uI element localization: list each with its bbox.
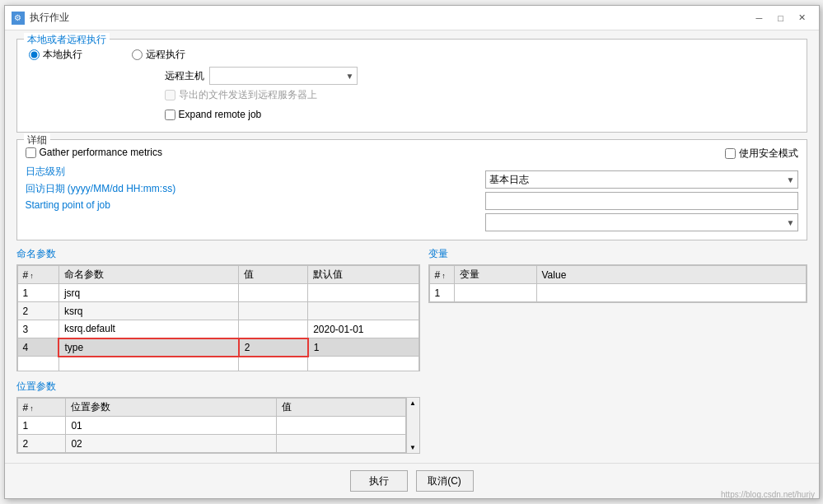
scroll-down-icon[interactable]: ▼ xyxy=(409,444,416,451)
remote-host-row: 远程主机 ▼ xyxy=(165,67,358,85)
safe-mode-label[interactable]: 使用安全模式 xyxy=(725,147,798,161)
pos-col-hash-sort-icon: ↑ xyxy=(30,404,34,413)
expand-remote-job-text: Expand remote job xyxy=(179,109,262,120)
pos-param-2: 02 xyxy=(66,435,276,453)
cell-default-5 xyxy=(308,357,419,372)
local-option: 本地执行 xyxy=(29,48,82,62)
pos-value-2 xyxy=(276,435,405,453)
col-param-name[interactable]: 命名参数 xyxy=(58,266,238,284)
var-col-hash-sort-icon: ↑ xyxy=(442,272,446,280)
send-files-label[interactable]: 导出的文件发送到远程服务器上 xyxy=(165,88,358,102)
cell-param-3: ksrq.default xyxy=(58,320,238,338)
window-controls: ─ □ ✕ xyxy=(750,9,812,27)
local-radio-label[interactable]: 本地执行 xyxy=(29,48,82,62)
details-right: 使用安全模式 基本日志 ▼ ▼ xyxy=(485,147,798,231)
gather-metrics-label[interactable]: Gather performance metrics xyxy=(26,147,477,158)
positional-scrollbar[interactable]: ▲ ▼ xyxy=(407,397,420,454)
col-value[interactable]: 值 xyxy=(239,266,308,284)
remote-host-select[interactable] xyxy=(209,67,358,85)
starting-point-label: Starting point of job xyxy=(26,199,174,211)
pos-col-hash[interactable]: #↑ xyxy=(17,399,66,417)
var-col-value[interactable]: Value xyxy=(536,266,806,284)
cell-num-4: 4 xyxy=(17,338,58,357)
variables-table: #↑ 变量 Value 1 xyxy=(429,265,807,302)
cell-value-2 xyxy=(239,302,308,320)
log-level-select[interactable]: 基本日志 xyxy=(485,170,798,189)
named-param-row-3: 3 ksrq.default 2020-01-01 xyxy=(17,320,419,338)
scroll-up-icon[interactable]: ▲ xyxy=(409,399,416,407)
pos-param-1: 01 xyxy=(66,417,276,435)
maximize-button[interactable]: □ xyxy=(771,9,791,27)
remote-radio-text: 远程执行 xyxy=(146,48,185,62)
send-files-text: 导出的文件发送到远程服务器上 xyxy=(179,88,317,102)
cell-default-1 xyxy=(308,284,419,302)
left-params: 命名参数 #↑ 命名参数 值 默认值 xyxy=(16,247,420,462)
expand-remote-job-label[interactable]: Expand remote job xyxy=(165,109,358,120)
positional-params-table: #↑ 位置参数 值 1 01 xyxy=(17,398,406,453)
col-hash[interactable]: #↑ xyxy=(17,266,58,284)
log-level-select-container: 基本日志 ▼ xyxy=(485,170,798,189)
details-left: Gather performance metrics 日志级别 回访日期 (yy… xyxy=(26,147,477,231)
positional-table-area: #↑ 位置参数 值 1 01 xyxy=(16,397,420,454)
positional-params-section: 位置参数 #↑ 位置参数 值 xyxy=(16,380,420,454)
content-area: 本地或者远程执行 本地执行 远程执行 远程主机 xyxy=(5,30,819,463)
window-title: 执行作业 xyxy=(30,11,750,25)
window-icon: ⚙ xyxy=(12,12,25,25)
variables-table-wrapper[interactable]: #↑ 变量 Value 1 xyxy=(428,264,807,303)
col-default[interactable]: 默认值 xyxy=(308,266,419,284)
remote-host-label: 远程主机 xyxy=(165,69,204,83)
pos-col-value[interactable]: 值 xyxy=(276,399,405,417)
cell-value-5 xyxy=(239,357,308,372)
visit-date-label: 回访日期 (yyyy/MM/dd HH:mm:ss) xyxy=(26,182,176,196)
cell-value-1 xyxy=(239,284,308,302)
main-window: ⚙ 执行作业 ─ □ ✕ 本地或者远程执行 本地执行 xyxy=(4,5,820,499)
named-params-title: 命名参数 xyxy=(16,247,420,261)
local-radio[interactable] xyxy=(29,49,40,60)
remote-radio[interactable] xyxy=(132,49,143,60)
local-radio-text: 本地执行 xyxy=(43,48,82,62)
main-params-area: 命名参数 #↑ 命名参数 值 默认值 xyxy=(16,247,807,462)
cell-value-3 xyxy=(239,320,308,338)
visit-date-row: 回访日期 (yyyy/MM/dd HH:mm:ss) xyxy=(26,182,477,196)
named-params-table: #↑ 命名参数 值 默认值 1 jsrq xyxy=(17,265,419,371)
var-col-hash[interactable]: #↑ xyxy=(429,266,454,284)
cell-num-1: 1 xyxy=(17,284,58,302)
var-row-1: 1 xyxy=(429,284,806,302)
cell-num-3: 3 xyxy=(17,320,58,338)
minimize-button[interactable]: ─ xyxy=(750,9,769,27)
close-button[interactable]: ✕ xyxy=(793,9,812,27)
variables-title: 变量 xyxy=(428,247,807,261)
cell-value-4: 2 xyxy=(239,338,308,357)
cell-param-2: ksrq xyxy=(58,302,238,320)
positional-params-title: 位置参数 xyxy=(16,380,420,394)
starting-point-select[interactable] xyxy=(485,213,798,231)
cell-default-3: 2020-01-01 xyxy=(308,320,419,338)
cell-param-4: type xyxy=(58,338,238,357)
cell-num-2: 2 xyxy=(17,302,58,320)
safe-mode-checkbox[interactable] xyxy=(725,148,736,159)
cell-param-1: jsrq xyxy=(58,284,238,302)
starting-point-container: ▼ xyxy=(485,213,798,231)
starting-point-row: Starting point of job xyxy=(26,199,477,211)
named-params-section: 命名参数 #↑ 命名参数 值 默认值 xyxy=(16,247,420,371)
safe-mode-text: 使用安全模式 xyxy=(739,147,798,161)
remote-settings: 远程主机 ▼ 导出的文件发送到远程服务器上 Expan xyxy=(165,67,358,124)
var-col-name[interactable]: 变量 xyxy=(454,266,536,284)
cell-default-2 xyxy=(308,302,419,320)
named-params-table-wrapper[interactable]: #↑ 命名参数 值 默认值 1 jsrq xyxy=(16,264,420,371)
gather-metrics-checkbox[interactable] xyxy=(26,147,36,158)
positional-params-wrapper[interactable]: #↑ 位置参数 值 1 01 xyxy=(16,397,407,454)
title-bar: ⚙ 执行作业 ─ □ ✕ xyxy=(5,6,819,30)
expand-remote-job-checkbox[interactable] xyxy=(165,110,175,120)
execute-button[interactable]: 执行 xyxy=(350,470,408,492)
send-files-checkbox[interactable] xyxy=(165,90,175,100)
visit-date-input[interactable] xyxy=(485,192,798,210)
footer: 执行 取消(C) https://blog.csdn.net/hurjy xyxy=(5,463,819,498)
cancel-button[interactable]: 取消(C) xyxy=(416,470,474,492)
named-param-row-2: 2 ksrq xyxy=(17,302,419,320)
details-section-title: 详细 xyxy=(24,133,50,147)
pos-col-param[interactable]: 位置参数 xyxy=(66,399,276,417)
cell-param-5 xyxy=(58,357,238,372)
named-param-row-5 xyxy=(17,357,419,372)
remote-radio-label[interactable]: 远程执行 xyxy=(132,48,358,62)
